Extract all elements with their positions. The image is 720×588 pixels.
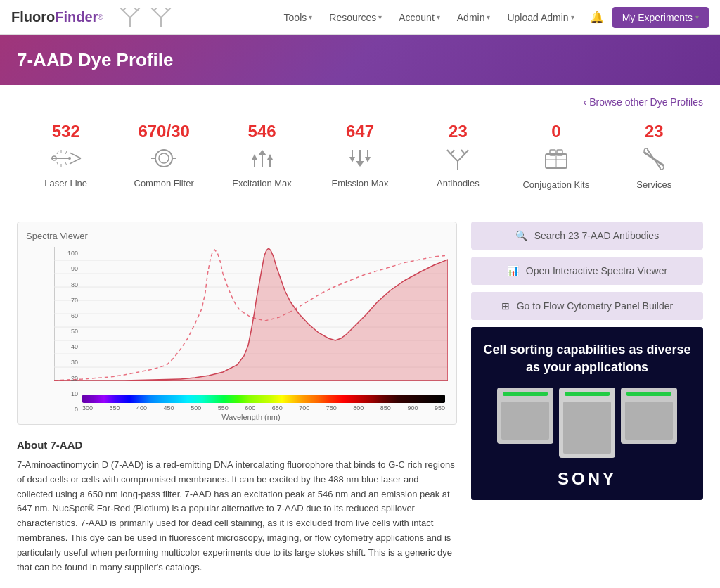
services-icon	[608, 147, 700, 174]
laser-line-label: Laser Line	[44, 178, 87, 188]
excitation-max-label: Excitation Max	[232, 178, 292, 188]
svg-line-11	[154, 8, 157, 11]
x-tick-750: 750	[326, 404, 337, 411]
antibody-icon-nav	[117, 8, 143, 27]
svg-line-9	[161, 11, 168, 18]
y-tick-50: 50	[54, 328, 81, 335]
svg-point-25	[155, 150, 172, 167]
svg-line-46	[461, 150, 465, 154]
emission-curve-fill	[54, 248, 448, 381]
common-filter-value: 670/30	[117, 122, 210, 141]
chart-wrapper: 0 10 20 30 40 50 60 70 80 90 100	[54, 247, 448, 416]
svg-line-6	[137, 8, 140, 11]
svg-line-43	[458, 154, 465, 161]
right-column: 🔍 Search 23 7-AAD Antibodies 📊 Open Inte…	[471, 222, 703, 575]
panel-builder-button[interactable]: ⊞ Go to Flow Cytometry Panel Builder	[471, 292, 703, 320]
search-antibodies-button[interactable]: 🔍 Search 23 7-AAD Antibodies	[471, 222, 703, 250]
x-tick-650: 650	[272, 404, 283, 411]
browse-dye-profiles-link[interactable]: Browse other Dye Profiles	[584, 96, 703, 108]
nav-admin[interactable]: Admin ▾	[450, 8, 498, 27]
svg-line-2	[130, 11, 137, 18]
nav-links: Tools ▾ Resources ▾ Account ▾ Admin ▾ Up…	[277, 7, 709, 28]
my-experiments-button[interactable]: My Experiments ▾	[612, 7, 709, 28]
stat-services: 23 Services	[605, 116, 703, 196]
nav-tools[interactable]: Tools ▾	[277, 8, 320, 27]
search-antibodies-label: Search 23 7-AAD Antibodies	[534, 230, 659, 241]
spectra-viewer-icon: 📊	[507, 265, 519, 276]
notification-bell-icon[interactable]: 🔔	[590, 11, 604, 24]
svg-marker-40	[365, 157, 371, 162]
common-filter-label: Common Filter	[134, 178, 194, 188]
emission-max-label: Emission Max	[332, 178, 389, 188]
nav-account[interactable]: Account ▾	[392, 8, 447, 27]
brand-tm: ®	[98, 13, 103, 21]
svg-line-12	[165, 8, 168, 11]
ad-title: Cell sorting capabilities as diverse as …	[482, 341, 692, 376]
svg-marker-30	[258, 150, 266, 155]
spectra-chart	[54, 247, 448, 395]
open-spectra-viewer-button[interactable]: 📊 Open Interactive Spectra Viewer	[471, 257, 703, 285]
navbar: FluoroFinder® Tools ▾ Resources ▾ Accoun…	[0, 0, 720, 35]
antibodies-value: 23	[412, 122, 504, 141]
about-title: About 7-AAD	[17, 439, 457, 451]
svg-line-24	[65, 162, 67, 165]
y-axis-ticks: 0 10 20 30 40 50 60 70 80 90 100	[54, 247, 81, 416]
conjugation-kits-icon	[510, 147, 602, 174]
svg-line-22	[57, 162, 58, 165]
y-tick-40: 40	[54, 343, 81, 350]
sony-logo: SONY	[482, 469, 692, 489]
stat-common-filter: 670/30 Common Filter	[115, 116, 212, 196]
common-filter-icon	[117, 147, 210, 173]
svg-line-45	[451, 150, 454, 154]
admin-dropdown-arrow: ▾	[487, 13, 490, 21]
nav-upload-admin[interactable]: Upload Admin ▾	[500, 8, 581, 27]
browse-link-row: Browse other Dye Profiles	[17, 96, 703, 108]
x-tick-500: 500	[191, 404, 201, 411]
antibody-icon2-nav	[148, 8, 174, 27]
stats-row: 532 Laser Line 670/30	[17, 116, 703, 207]
y-tick-100: 100	[54, 250, 81, 257]
spectra-viewer-title: Spectra Viewer	[26, 231, 448, 241]
svg-line-21	[65, 151, 67, 154]
panel-builder-label: Go to Flow Cytometry Panel Builder	[517, 300, 674, 312]
svg-line-42	[451, 154, 458, 161]
services-value: 23	[608, 122, 700, 141]
svg-marker-32	[252, 154, 257, 160]
excitation-max-value: 546	[216, 122, 308, 141]
stat-laser-line: 532 Laser Line	[17, 116, 115, 196]
nav-resources[interactable]: Resources ▾	[322, 8, 389, 27]
svg-marker-36	[356, 161, 364, 167]
conjugation-kits-value: 0	[510, 122, 602, 141]
page-title: 7-AAD Dye Profile	[17, 49, 703, 71]
svg-marker-38	[349, 157, 355, 162]
emission-max-icon	[314, 147, 406, 173]
x-tick-800: 800	[353, 404, 364, 411]
emission-max-value: 647	[314, 122, 406, 141]
x-tick-300: 300	[82, 404, 93, 411]
brand-logo[interactable]: FluoroFinder®	[11, 9, 103, 25]
svg-point-26	[159, 153, 169, 163]
antibodies-label: Antibodies	[437, 178, 480, 188]
y-tick-70: 70	[54, 297, 81, 304]
x-tick-700: 700	[299, 404, 309, 411]
y-tick-30: 30	[54, 359, 81, 366]
x-tick-900: 900	[407, 404, 418, 411]
stat-excitation-max: 546 Excitation Max	[213, 116, 311, 196]
svg-point-18	[68, 157, 71, 160]
stat-emission-max: 647 Emission Max	[311, 116, 409, 196]
svg-line-8	[154, 11, 161, 18]
my-experiments-dropdown-arrow: ▾	[695, 13, 699, 21]
advertisement-box: Cell sorting capabilities as diverse as …	[471, 327, 703, 500]
laser-line-icon	[20, 147, 112, 173]
spectra-viewer-box: Spectra Viewer 0 10 20 30 40 50 60 70 80…	[17, 222, 457, 425]
y-tick-80: 80	[54, 281, 81, 288]
svg-line-44	[447, 150, 451, 154]
svg-line-16	[70, 153, 81, 158]
svg-line-13	[168, 8, 171, 11]
svg-line-10	[151, 8, 154, 11]
svg-line-3	[120, 8, 123, 11]
x-tick-850: 850	[380, 404, 391, 411]
laser-line-value: 532	[20, 122, 112, 141]
brand-fluoro: Fluoro	[11, 9, 55, 25]
conjugation-kits-label: Conjugation Kits	[522, 179, 589, 190]
